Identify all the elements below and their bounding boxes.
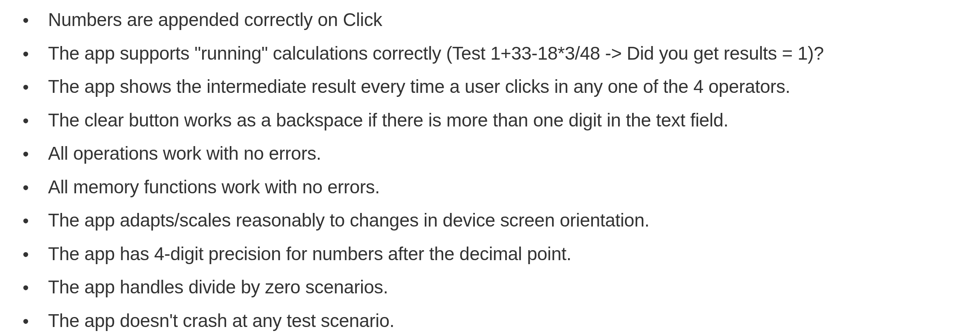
bullet-list: Numbers are appended correctly on Click …: [16, 3, 964, 333]
list-item: The app has 4-digit precision for number…: [48, 237, 964, 271]
list-item: All memory functions work with no errors…: [48, 171, 964, 204]
list-item: The app handles divide by zero scenarios…: [48, 271, 964, 304]
list-item: All operations work with no errors.: [48, 137, 964, 171]
list-item: Numbers are appended correctly on Click: [48, 3, 964, 37]
document-content: Numbers are appended correctly on Click …: [0, 0, 980, 333]
list-item: The app supports "running" calculations …: [48, 37, 964, 70]
list-item: The app doesn't crash at any test scenar…: [48, 304, 964, 333]
list-item: The app adapts/scales reasonably to chan…: [48, 204, 964, 237]
list-item: The app shows the intermediate result ev…: [48, 70, 964, 104]
list-item: The clear button works as a backspace if…: [48, 104, 964, 137]
